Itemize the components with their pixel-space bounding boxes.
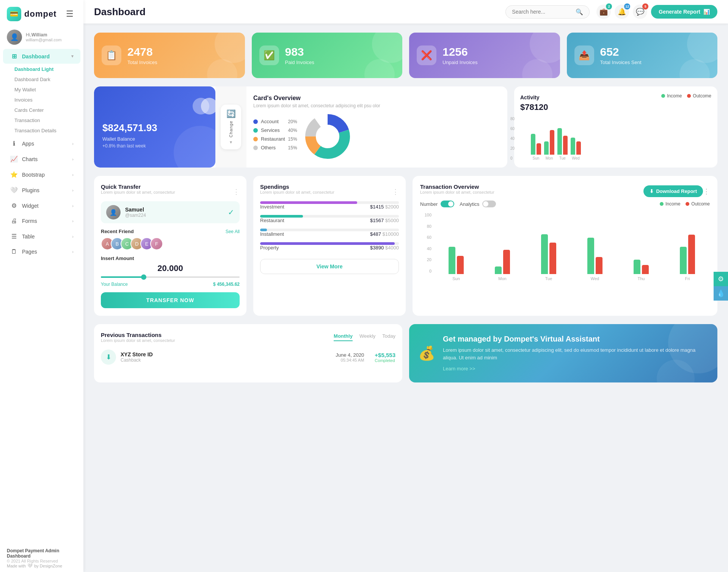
circle-right	[201, 98, 215, 114]
tx-income-legend: Income	[660, 201, 680, 207]
submenu-dashboard-light[interactable]: Dashboard Light	[11, 64, 83, 74]
virtual-icon: 💰	[418, 345, 435, 361]
samuel-name: Samuel	[125, 207, 146, 213]
messages-btn[interactable]: 💬 5	[633, 5, 647, 19]
sidebar-item-forms[interactable]: 🖨 Forms ›	[3, 214, 80, 228]
footer-made: Made with 🤍 by DesignZone	[7, 563, 77, 568]
big-bar-fri: Fri	[665, 235, 710, 281]
spendings-more-icon[interactable]: ⋮	[392, 188, 399, 196]
sidebar-item-apps[interactable]: ℹ Apps ›	[3, 136, 80, 151]
bottom-row: Quick Transfer Lorem ipsum dolor sit ame…	[94, 176, 717, 316]
bar-income-mon	[544, 141, 549, 155]
submenu-transaction[interactable]: Transaction	[11, 115, 83, 125]
wallet-label: Wallet Balance	[102, 136, 207, 142]
slider-thumb[interactable]	[141, 274, 146, 280]
hamburger-icon[interactable]: ☰	[63, 8, 77, 20]
stat-label-sent: Total Invoices Sent	[600, 60, 642, 65]
tx-item-amount-group: +$5,553 Completed	[375, 352, 395, 363]
big-bar-mon: Mon	[480, 250, 525, 281]
big-income-tue	[541, 234, 548, 274]
legend-restaurant: Restaurant 15%	[253, 136, 297, 142]
stat-card-total-invoices: 📋 2478 Total Invoices	[94, 33, 245, 78]
submenu-my-wallet[interactable]: My Wallet	[11, 85, 83, 95]
big-outcome-thu	[642, 265, 649, 274]
quick-transfer-title: Quick Transfer	[101, 183, 175, 190]
user-profile: 👤 Hi,William william@gmail.com	[0, 25, 83, 49]
notifications-btn[interactable]: 🔔 12	[615, 5, 629, 19]
transfer-now-button[interactable]: TRANSFER NOW	[101, 292, 240, 308]
friend-6[interactable]: F	[150, 237, 163, 250]
generate-report-button[interactable]: Generate Report 📊	[651, 5, 717, 19]
download-icon: ⬇	[650, 188, 654, 194]
friend-avatars: A B C D E F	[101, 237, 240, 250]
chevron-right-icon4: ›	[72, 188, 74, 193]
card-overview-card: $824,571.93 Wallet Balance +0.8% than la…	[94, 86, 507, 168]
sidebar-item-bootstrap[interactable]: ⭐ Bootstrap ›	[3, 167, 80, 182]
wallet-icon-btn[interactable]: 💼 2	[596, 5, 611, 19]
view-more-button[interactable]: View More	[260, 259, 399, 274]
more-options-icon[interactable]: ⋮	[233, 188, 240, 196]
tab-today[interactable]: Today	[382, 333, 395, 341]
footer-brand: Dompet Payment Admin Dashboard	[7, 548, 77, 559]
submenu-transaction-details[interactable]: Transaction Details	[11, 125, 83, 136]
content: 📋 2478 Total Invoices ✅ 983 Paid Invoice…	[83, 24, 728, 572]
bar-outcome-wed	[576, 141, 581, 155]
virtual-learn-more[interactable]: Learn more >>	[443, 366, 475, 371]
side-buttons: ⚙ 💧	[714, 272, 728, 301]
analytics-label: Analytics	[460, 201, 479, 207]
slider-fill	[101, 276, 143, 278]
wallet-card: $824,571.93 Wallet Balance +0.8% than la…	[94, 86, 215, 168]
tx-more-btn[interactable]: ⋮	[703, 187, 710, 196]
chevron-right-icon7: ›	[72, 234, 74, 239]
sidebar-label-pages: Pages	[22, 249, 37, 255]
greeting: Hi,William	[26, 32, 61, 38]
submenu-invoices[interactable]: Invoices	[11, 95, 83, 105]
search-input[interactable]	[512, 9, 573, 15]
submenu-dashboard-dark[interactable]: Dashboard Dark	[11, 74, 83, 85]
big-x-fri: Fri	[685, 276, 690, 281]
chevron-down-icon: ▾	[71, 54, 74, 59]
tab-weekly[interactable]: Weekly	[359, 333, 375, 341]
big-income-fri	[680, 247, 687, 274]
download-report-button[interactable]: ⬇ Download Report	[643, 185, 703, 197]
drop-icon: 💧	[717, 289, 725, 298]
middle-row: $824,571.93 Wallet Balance +0.8% than la…	[94, 86, 717, 168]
big-x-mon: Mon	[498, 276, 506, 281]
tx-item-status: Completed	[375, 358, 395, 363]
tab-monthly[interactable]: Monthly	[334, 333, 353, 341]
big-income-thu	[634, 260, 640, 274]
toggle-knob	[448, 201, 453, 207]
settings-icon: ⚙	[718, 275, 724, 283]
chevron-right-icon2: ›	[72, 157, 74, 161]
sidebar-item-plugins[interactable]: 🤍 Plugins ›	[3, 183, 80, 197]
info-side-btn[interactable]: 💧	[714, 286, 728, 301]
prev-tx-sub: Lorem ipsum dolor sit amet, consectetur	[101, 338, 334, 343]
sidebar-item-charts[interactable]: 📈 Charts ›	[3, 152, 80, 166]
big-outcome-tue	[549, 243, 556, 274]
sidebar-item-widget[interactable]: ⚙ Widget ›	[3, 198, 80, 213]
big-outcome-mon	[503, 250, 510, 274]
settings-side-btn[interactable]: ⚙	[714, 272, 728, 286]
submenu-cards-center[interactable]: Cards Center	[11, 105, 83, 115]
bootstrap-icon: ⭐	[10, 171, 18, 178]
tx-controls: Number Analytics Inc	[420, 201, 710, 207]
big-chart-inner: Sun Mon	[434, 220, 710, 281]
balance-row: Your Balance $ 456,345.62	[101, 282, 240, 287]
balance-value: $ 456,345.62	[213, 282, 240, 287]
income-legend: Income	[661, 93, 682, 99]
big-outcome-sun	[457, 256, 464, 274]
stat-card-unpaid: ❌ 1256 Unpaid Invoices	[409, 33, 560, 78]
see-all-link[interactable]: See All	[226, 229, 240, 234]
change-inner[interactable]: 🔄 Change ▾	[221, 105, 241, 150]
analytics-toggle[interactable]	[482, 201, 496, 207]
sidebar-item-dashboard[interactable]: ⊞ Dashboard ▾	[3, 49, 80, 64]
number-toggle[interactable]	[441, 201, 454, 207]
tx-legend: Income Outcome	[660, 201, 710, 207]
prev-transactions-card: Previous Transactions Lorem ipsum dolor …	[94, 324, 402, 382]
analytics-toggle-knob	[483, 201, 488, 207]
sidebar-item-table[interactable]: ☰ Table ›	[3, 229, 80, 244]
sidebar-item-pages[interactable]: 🗒 Pages ›	[3, 244, 80, 259]
legend-account: Account 20%	[253, 119, 297, 124]
logo-icon: 💳	[7, 7, 21, 21]
legend-services: Services 40%	[253, 127, 297, 133]
